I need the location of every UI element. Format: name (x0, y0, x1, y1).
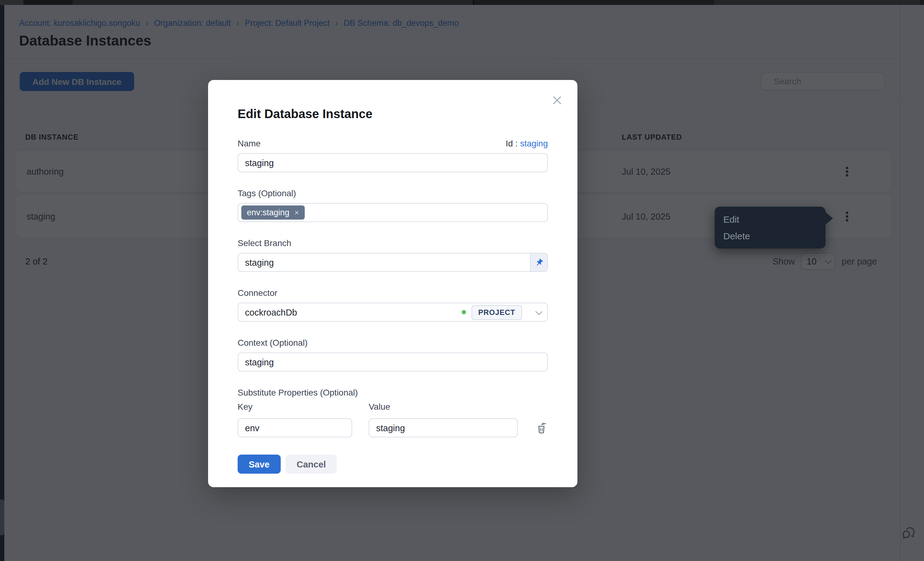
context-label: Context (Optional) (238, 338, 308, 348)
connector-select[interactable]: cockroachDb PROJECT (238, 303, 548, 322)
connector-scope-badge: PROJECT (471, 305, 522, 320)
tags-label: Tags (Optional) (238, 188, 296, 199)
cancel-button[interactable]: Cancel (286, 455, 337, 474)
row-context-menu: Edit Delete (715, 207, 825, 248)
substitute-key-input[interactable] (238, 418, 352, 437)
tag-remove-icon[interactable]: × (294, 208, 299, 217)
select-branch-label: Select Branch (238, 238, 291, 248)
save-button[interactable]: Save (238, 455, 281, 474)
name-field-section: Name Id : staging (238, 138, 548, 172)
chevron-down-icon (536, 308, 543, 315)
substitute-properties-section: Substitute Properties (Optional) Key Val… (238, 387, 548, 437)
context-menu-item-delete[interactable]: Delete (715, 227, 825, 244)
browser-tab-strip (0, 0, 924, 5)
key-label: Key (238, 402, 352, 412)
tab-segment (23, 0, 73, 5)
connector-field-section: Connector cockroachDb PROJECT (238, 288, 548, 322)
context-input[interactable] (238, 353, 548, 371)
connector-label: Connector (238, 288, 278, 298)
tab-segment (0, 0, 23, 5)
context-menu-item-edit[interactable]: Edit (715, 211, 825, 227)
tags-input[interactable]: env:staging × (238, 203, 548, 222)
substitute-value-input[interactable] (369, 418, 518, 437)
close-icon[interactable] (552, 95, 562, 106)
substitute-properties-label: Substitute Properties (Optional) (238, 387, 548, 398)
trash-icon[interactable] (536, 422, 547, 434)
chat-bubbles-icon (901, 525, 916, 541)
screen: Account: kurosakiichigo.songoku › Organi… (0, 0, 924, 561)
branch-input[interactable] (238, 253, 548, 272)
tag-chip: env:staging × (241, 205, 304, 220)
pin-icon (533, 256, 545, 268)
id-label: Id : (506, 138, 518, 148)
tab-segment (73, 0, 473, 5)
context-field-section: Context (Optional) (238, 338, 548, 371)
edit-database-instance-modal: Edit Database Instance Name Id : staging… (208, 80, 578, 487)
context-menu-arrow (825, 212, 833, 225)
support-chat-launcher[interactable] (901, 525, 916, 544)
tags-field-section: Tags (Optional) env:staging × (238, 188, 548, 222)
tag-text: env:staging (247, 208, 290, 217)
connector-status-dot (462, 310, 466, 314)
tab-segment (474, 0, 714, 5)
name-input[interactable] (238, 153, 548, 172)
branch-field-section: Select Branch (238, 238, 548, 272)
modal-title: Edit Database Instance (238, 107, 548, 121)
connector-value: cockroachDb (245, 307, 462, 317)
name-label: Name (238, 138, 261, 149)
id-value-link[interactable]: staging (520, 138, 548, 148)
value-label: Value (369, 402, 390, 412)
tab-segment (714, 0, 920, 5)
instance-id: Id : staging (506, 138, 548, 148)
pin-branch-button[interactable] (530, 253, 547, 271)
